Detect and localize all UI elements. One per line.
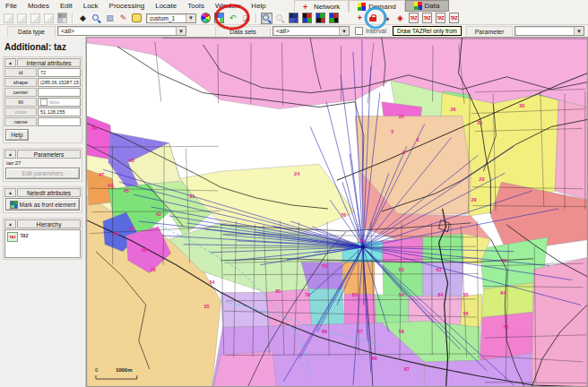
tab-label: Demand bbox=[368, 3, 395, 11]
attribute-label-center[interactable]: center bbox=[4, 88, 37, 97]
attribute-value-shape[interactable]: (285.06,15287.15 bbox=[38, 78, 81, 87]
help-button[interactable]: Help bbox=[5, 129, 29, 141]
parameter-select[interactable]: ▼ bbox=[514, 26, 584, 36]
attribute-value-id[interactable]: 72 bbox=[38, 68, 81, 77]
collapse-button[interactable]: ▲ bbox=[4, 58, 16, 67]
chevron-down-icon[interactable]: ▼ bbox=[574, 27, 584, 35]
data-type-value: <all> bbox=[61, 28, 74, 34]
matrix-icon-3[interactable] bbox=[328, 13, 340, 24]
interval-checkbox[interactable] bbox=[355, 27, 363, 35]
menu-item-tools[interactable]: Tools bbox=[182, 2, 210, 10]
menu-item-processing[interactable]: Processing bbox=[104, 2, 151, 10]
lock-taz-icon[interactable] bbox=[368, 13, 379, 24]
filter-bar: Data type <all>▼ Data sets <all>▼ Interv… bbox=[0, 25, 588, 38]
attribute-value-fill[interactable]: false bbox=[38, 98, 81, 107]
new-file-icon[interactable] bbox=[3, 13, 14, 24]
taz-edit-icon[interactable]: TAZ bbox=[408, 13, 419, 24]
save-file-icon[interactable] bbox=[30, 13, 41, 24]
menu-item-modes[interactable]: Modes bbox=[22, 2, 55, 10]
taz-rel-mode-icon[interactable]: TAZ bbox=[448, 13, 460, 24]
zone-label-75: 75 bbox=[503, 324, 508, 330]
add-taz-icon[interactable]: + bbox=[354, 13, 366, 24]
edit-parameters-button[interactable]: Edit parameters bbox=[5, 168, 80, 179]
data-sets-select[interactable]: <all>▼ bbox=[272, 26, 350, 36]
netedit-attributes-header[interactable]: Netedit attributes bbox=[17, 188, 81, 197]
attribute-label-shape[interactable]: shape bbox=[4, 78, 37, 87]
taz-del-icon[interactable]: TAZ bbox=[421, 13, 433, 24]
internal-attributes-header[interactable]: Internal attributes bbox=[17, 58, 81, 67]
data-sets-value: <all> bbox=[276, 28, 290, 34]
parameters-header[interactable]: Parameters bbox=[17, 150, 81, 159]
attribute-value-color[interactable]: 51,128,255 bbox=[38, 108, 81, 116]
find-taz-icon[interactable]: ◈ bbox=[394, 13, 406, 24]
menu-item-window[interactable]: Window bbox=[210, 2, 246, 10]
tab-network[interactable]: +Network bbox=[294, 0, 349, 12]
interval-toggle[interactable]: Interval bbox=[355, 26, 386, 36]
matrix-icon-2[interactable] bbox=[315, 13, 326, 24]
collapse-button[interactable]: ▲ bbox=[4, 150, 16, 159]
mark-as-front-element-button[interactable]: Mark as front element bbox=[5, 198, 80, 211]
zone-label-9: 9 bbox=[402, 150, 405, 155]
zone-label-5: 5 bbox=[391, 129, 393, 134]
flow-bundle-icon[interactable] bbox=[288, 13, 299, 24]
taz-icon: TAZ bbox=[7, 232, 18, 242]
pan-icon[interactable]: ◆ bbox=[77, 13, 89, 24]
data-type-select[interactable]: <all>▼ bbox=[57, 26, 186, 36]
edit-icon[interactable]: ✎ bbox=[117, 13, 129, 24]
print-icon[interactable] bbox=[56, 13, 68, 24]
zone-label-43: 43 bbox=[129, 158, 134, 163]
undo-icon[interactable]: ↶ bbox=[227, 13, 238, 24]
zone-label-86: 86 bbox=[372, 356, 377, 361]
attribute-value-center[interactable] bbox=[38, 88, 81, 97]
attribute-row-name: name bbox=[4, 117, 81, 126]
hierarchy-item-taz[interactable]: taz bbox=[21, 232, 29, 238]
attribute-label-fill[interactable]: fill bbox=[4, 98, 37, 107]
tab-demand[interactable]: Demand bbox=[349, 0, 404, 12]
parameters-value: taz:27 bbox=[4, 159, 81, 167]
attribute-label-id[interactable]: id bbox=[4, 68, 37, 77]
erase-icon[interactable]: ◪ bbox=[240, 13, 252, 24]
chevron-down-icon[interactable]: ▼ bbox=[176, 27, 186, 35]
map-canvas[interactable]: 4643474445404239383634358581242526313085… bbox=[86, 37, 588, 387]
custom-layout-value: custom_1 bbox=[150, 15, 175, 22]
select-icon[interactable]: ▧ bbox=[104, 13, 116, 24]
hierarchy-list: TAZ taz bbox=[4, 229, 81, 258]
menu-item-file[interactable]: File bbox=[0, 2, 22, 10]
fill-checkbox[interactable] bbox=[40, 99, 48, 106]
menu-item-help[interactable]: Help bbox=[246, 2, 271, 10]
select-icon: ▧ bbox=[106, 14, 114, 22]
custom-layout-select[interactable]: custom_1▼ bbox=[146, 13, 196, 23]
color-wheel-icon bbox=[201, 13, 211, 23]
open-file-icon[interactable] bbox=[16, 13, 28, 24]
image-icon[interactable] bbox=[213, 13, 225, 24]
save-as-icon[interactable] bbox=[43, 13, 55, 24]
menu-item-lock[interactable]: Lock bbox=[78, 2, 104, 10]
attribute-value-name[interactable] bbox=[38, 117, 81, 126]
tab-data[interactable]: Data bbox=[405, 0, 449, 12]
matrix-icon-1[interactable] bbox=[301, 13, 313, 24]
collapse-button[interactable]: ▲ bbox=[4, 188, 16, 197]
attribute-label-name[interactable]: name bbox=[4, 117, 37, 126]
zone-label-64: 64 bbox=[500, 290, 506, 296]
zoom-icon[interactable] bbox=[91, 13, 102, 24]
chevron-down-icon[interactable]: ▼ bbox=[339, 27, 349, 35]
zoom-mode-icon[interactable] bbox=[261, 13, 272, 24]
move-taz-icon[interactable]: ↳ bbox=[381, 13, 393, 24]
hierarchy-header[interactable]: Hierarchy bbox=[17, 219, 81, 228]
menu-item-locate[interactable]: Locate bbox=[150, 2, 182, 10]
demand-icon bbox=[358, 3, 366, 11]
menu-item-edit[interactable]: Edit bbox=[55, 2, 78, 10]
zone-label-56: 56 bbox=[463, 311, 468, 316]
chevron-down-icon[interactable]: ▼ bbox=[186, 14, 195, 22]
taz-rel-icon[interactable]: TAZ bbox=[435, 13, 446, 24]
zone-label-42: 42 bbox=[156, 211, 161, 217]
undo-icon: ↶ bbox=[229, 14, 237, 22]
zone-label-29: 29 bbox=[471, 197, 476, 202]
zoom-out-icon[interactable] bbox=[274, 13, 286, 24]
note-icon[interactable] bbox=[131, 13, 143, 24]
attribute-row-center: center bbox=[4, 88, 81, 97]
collapse-button[interactable]: ▲ bbox=[4, 219, 16, 228]
zone-label-75: 75 bbox=[359, 238, 365, 244]
attribute-label-color[interactable]: color bbox=[4, 108, 37, 116]
color-wheel-icon[interactable] bbox=[200, 13, 212, 24]
